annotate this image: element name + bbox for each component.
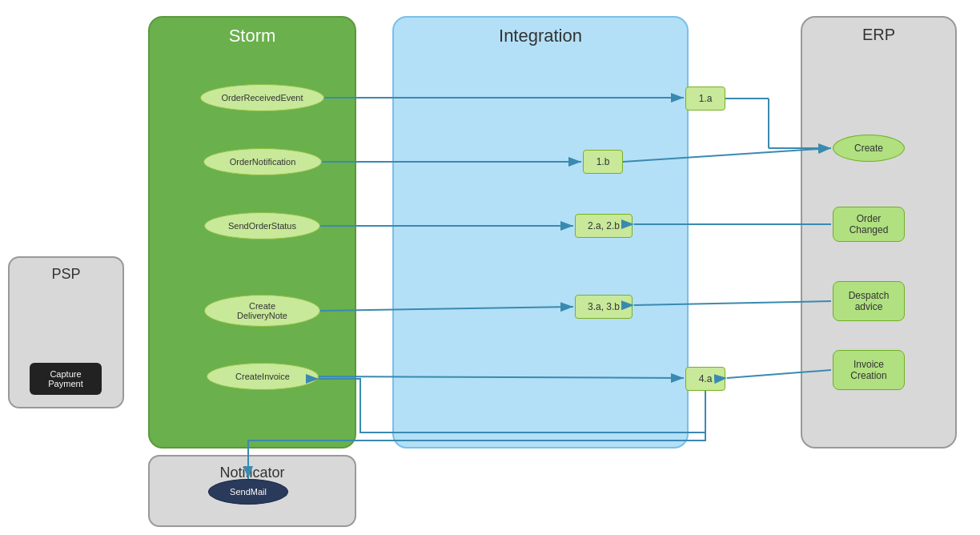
integration-box-1b: 1.b bbox=[583, 150, 623, 174]
storm-node-order-notification[interactable]: OrderNotification bbox=[203, 148, 322, 175]
storm-node-create-invoice[interactable]: CreateInvoice bbox=[207, 363, 319, 390]
psp-title: PSP bbox=[10, 258, 122, 283]
storm-node-order-received-event[interactable]: OrderReceivedEvent bbox=[200, 84, 324, 111]
storm-title: Storm bbox=[150, 18, 355, 46]
diagram-container: Storm Integration ERP PSP Notificator Or… bbox=[0, 0, 980, 535]
erp-node-invoice-creation: Invoice Creation bbox=[833, 350, 905, 390]
erp-title: ERP bbox=[802, 18, 955, 44]
panel-integration: Integration bbox=[392, 16, 689, 449]
storm-node-create-delivery-note[interactable]: Create DeliveryNote bbox=[204, 295, 320, 327]
psp-capture-payment: Capture Payment bbox=[30, 363, 102, 395]
integration-box-4a: 4.a bbox=[685, 367, 725, 391]
integration-box-2ab: 2.a, 2.b bbox=[575, 214, 633, 238]
erp-node-despatch-advice: Despatch advice bbox=[833, 281, 905, 321]
integration-box-3ab: 3.a, 3.b bbox=[575, 295, 633, 319]
notificator-send-mail: SendMail bbox=[208, 479, 288, 505]
erp-node-order-changed: Order Changed bbox=[833, 207, 905, 242]
integration-title: Integration bbox=[394, 18, 687, 46]
integration-box-1a: 1.a bbox=[685, 86, 725, 111]
erp-node-create: Create bbox=[833, 135, 905, 162]
storm-node-send-order-status[interactable]: SendOrderStatus bbox=[204, 212, 320, 239]
notificator-title: Notificator bbox=[150, 457, 355, 481]
